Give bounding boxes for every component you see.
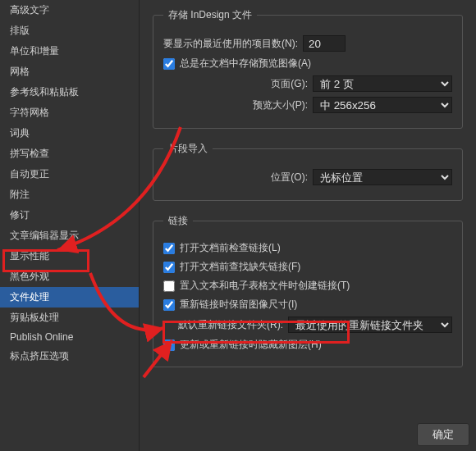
- sidebar-item-track-changes[interactable]: 修订: [0, 205, 139, 226]
- sidebar-item-file-handling[interactable]: 文件处理: [0, 287, 139, 308]
- preserve-dims-label: 重新链接时保留图像尺寸(I): [180, 298, 297, 312]
- sidebar-item-publish-online[interactable]: Publish Online: [0, 328, 139, 346]
- sidebar-item-notes[interactable]: 附注: [0, 184, 139, 205]
- sidebar-item-spelling[interactable]: 拼写检查: [0, 144, 139, 164]
- default-relink-select[interactable]: 最近使用的重新链接文件夹: [288, 317, 452, 333]
- sidebar-item-story-editor[interactable]: 文章编辑器显示: [0, 226, 139, 246]
- pages-select[interactable]: 前 2 页: [313, 75, 452, 92]
- sidebar-item-advanced-type[interactable]: 高级文字: [0, 0, 139, 20]
- sidebar-item-mojikumi[interactable]: 标点挤压选项: [0, 346, 139, 367]
- preferences-sidebar: 高级文字 排版 单位和增量 网格 参考线和粘贴板 字符网格 词典 拼写检查 自动…: [0, 0, 140, 451]
- preview-size-label: 预览大小(P):: [253, 98, 308, 112]
- always-save-preview-checkbox[interactable]: [163, 58, 175, 70]
- sidebar-item-units[interactable]: 单位和增量: [0, 41, 139, 61]
- links-group: 链接 打开文档前检查链接(L) 打开文档前查找缺失链接(F) 置入文本和电子表格…: [153, 214, 463, 367]
- fragment-position-label: 位置(O):: [271, 171, 308, 184]
- sidebar-item-clipboard[interactable]: 剪贴板处理: [0, 308, 139, 328]
- preferences-main: 存储 InDesign 文件 要显示的最近使用的项目数(N): 总是在文档中存储…: [140, 0, 476, 451]
- sidebar-item-grids[interactable]: 网格: [0, 61, 139, 82]
- recent-items-label: 要显示的最近使用的项目数(N):: [163, 37, 298, 51]
- check-links-label: 打开文档前检查链接(L): [180, 241, 281, 255]
- recent-items-input[interactable]: [303, 35, 346, 52]
- save-indesign-files-group: 存储 InDesign 文件 要显示的最近使用的项目数(N): 总是在文档中存储…: [153, 8, 463, 129]
- links-group-legend: 链接: [163, 214, 193, 228]
- sidebar-item-black-appearance[interactable]: 黑色外观: [0, 266, 139, 287]
- always-save-preview-label: 总是在文档中存储预览图像(A): [180, 57, 311, 71]
- sidebar-item-char-grid[interactable]: 字符网格: [0, 102, 139, 123]
- hide-new-layers-label: 更新或重新链接时隐藏新图层(H): [180, 338, 322, 352]
- sidebar-item-autocorrect[interactable]: 自动更正: [0, 164, 139, 184]
- sidebar-item-composition[interactable]: 排版: [0, 20, 139, 41]
- preserve-dims-checkbox[interactable]: [163, 299, 175, 311]
- find-missing-label: 打开文档前查找缺失链接(F): [180, 260, 300, 274]
- preview-size-select[interactable]: 中 256x256: [313, 97, 452, 113]
- check-links-checkbox[interactable]: [163, 243, 175, 254]
- sidebar-item-dictionary[interactable]: 词典: [0, 123, 139, 144]
- default-relink-label: 默认重新链接文件夹(R):: [178, 318, 283, 332]
- fragment-group-legend: 片段导入: [163, 142, 213, 156]
- fragment-import-group: 片段导入 位置(O): 光标位置: [153, 142, 463, 201]
- find-missing-checkbox[interactable]: [163, 262, 175, 273]
- sidebar-item-display-perf[interactable]: 显示性能: [0, 246, 139, 266]
- ok-button[interactable]: 确定: [417, 423, 469, 446]
- create-links-label: 置入文本和电子表格文件时创建链接(T): [180, 279, 350, 293]
- hide-new-layers-checkbox[interactable]: [163, 339, 175, 351]
- pages-label: 页面(G):: [271, 77, 308, 91]
- save-group-legend: 存储 InDesign 文件: [163, 8, 257, 22]
- sidebar-item-guides[interactable]: 参考线和粘贴板: [0, 82, 139, 102]
- create-links-checkbox[interactable]: [163, 280, 175, 292]
- fragment-position-select[interactable]: 光标位置: [313, 169, 452, 185]
